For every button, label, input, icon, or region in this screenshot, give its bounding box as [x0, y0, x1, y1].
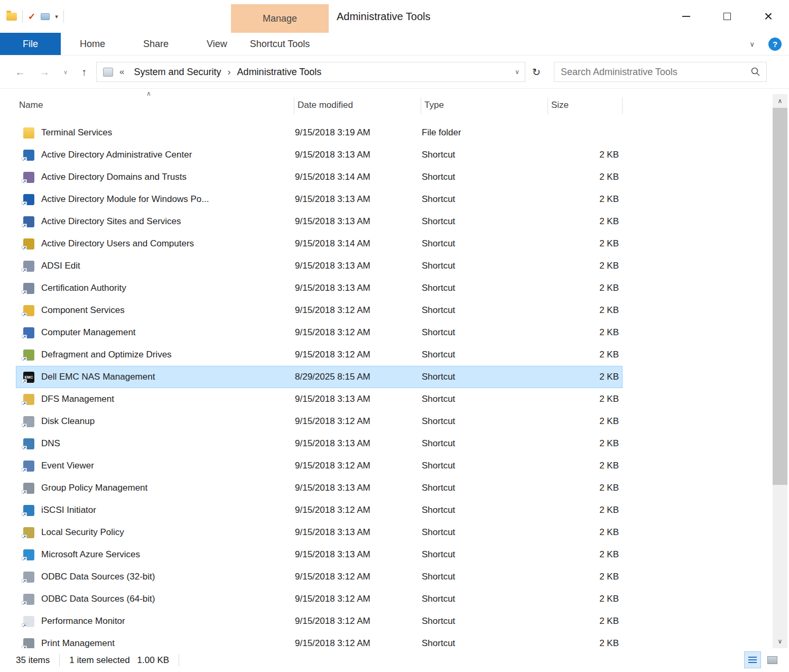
minimize-button[interactable] [665, 0, 707, 33]
file-row[interactable]: ↗ ADSI Edit 9/15/2018 3:13 AM Shortcut 2… [16, 255, 623, 277]
file-date-modified: 9/15/2018 3:12 AM [295, 327, 422, 338]
file-row[interactable]: ↗ Disk Cleanup 9/15/2018 3:12 AM Shortcu… [16, 410, 623, 432]
details-view-button[interactable] [744, 651, 761, 668]
title-bar: ✓ ▾ Manage Administrative Tools × [0, 0, 789, 33]
file-type: Shortcut [422, 438, 549, 449]
address-dropdown-icon[interactable]: ∨ [515, 68, 519, 76]
column-header-date-modified[interactable]: Date modified [294, 89, 421, 122]
file-name: Defragment and Optimize Drives [41, 349, 172, 360]
breadcrumb-item-administrative-tools[interactable]: Administrative Tools [233, 67, 326, 78]
close-button[interactable]: × [748, 0, 789, 33]
file-row[interactable]: ↗ Computer Management 9/15/2018 3:12 AM … [16, 321, 623, 344]
file-row[interactable]: ↗ Local Security Policy 9/15/2018 3:13 A… [16, 521, 623, 544]
file-name: Local Security Policy [41, 527, 124, 538]
checkmark-icon[interactable]: ✓ [28, 11, 35, 22]
shortcut-overlay-icon: ↗ [22, 424, 27, 427]
file-row[interactable]: ↗ Defragment and Optimize Drives 9/15/20… [16, 344, 623, 366]
file-row[interactable]: ↗ ODBC Data Sources (32-bit) 9/15/2018 3… [16, 566, 623, 588]
file-row[interactable]: ↗ iSCSI Initiator 9/15/2018 3:12 AM Shor… [16, 499, 623, 521]
file-size: 2 KB [549, 505, 623, 515]
file-name-cell: ↗ Computer Management [16, 327, 295, 338]
file-row[interactable]: ↗ Microsoft Azure Services 9/15/2018 3:1… [16, 544, 623, 566]
file-row[interactable]: ↗ Active Directory Domains and Trusts 9/… [16, 166, 623, 188]
breadcrumb-collapse-icon[interactable]: « [119, 67, 124, 77]
file-row[interactable]: ↗ ODBC Data Sources (64-bit) 9/15/2018 3… [16, 588, 623, 610]
file-row[interactable]: ↗ Active Directory Sites and Services 9/… [16, 210, 623, 233]
column-headers: ∧ Name Date modified Type Size [0, 89, 789, 122]
divider [63, 10, 64, 23]
file-name: Certification Authority [41, 283, 126, 293]
file-name: Active Directory Module for Windows Po..… [41, 194, 209, 205]
file-row[interactable]: ↗ Active Directory Administrative Center… [16, 144, 623, 166]
file-name: Performance Monitor [41, 616, 125, 627]
address-bar[interactable]: « System and Security › Administrative T… [96, 62, 525, 82]
shortcut-overlay-icon: ↗ [22, 335, 27, 338]
dell-emc-icon: EMC↗ [23, 372, 34, 383]
file-row[interactable]: EMC↗ Dell EMC NAS Management 8/29/2025 8… [16, 366, 623, 388]
file-date-modified: 9/15/2018 3:12 AM [295, 572, 422, 582]
expand-ribbon-icon[interactable]: ∨ [749, 40, 755, 48]
file-type: Shortcut [422, 261, 549, 271]
shortcut-overlay-icon: ↗ [22, 401, 27, 405]
search-icon[interactable] [750, 67, 761, 77]
large-icons-view-button[interactable] [764, 651, 781, 668]
file-name-cell: EMC↗ Dell EMC NAS Management [16, 372, 295, 383]
breadcrumb-item-system-and-security[interactable]: System and Security [130, 67, 226, 78]
vertical-scrollbar[interactable]: ∧ ∨ [773, 94, 787, 648]
scrollbar-thumb[interactable] [773, 108, 787, 485]
view-toggles [744, 651, 781, 668]
file-size: 2 KB [549, 283, 623, 293]
up-icon[interactable]: ↑ [81, 66, 87, 78]
tab-home[interactable]: Home [61, 33, 124, 55]
event-viewer-icon: ↗ [23, 461, 34, 472]
refresh-icon[interactable]: ↻ [525, 62, 547, 82]
selection-count: 1 item selected [69, 655, 129, 666]
recent-locations-icon[interactable]: ∨ [63, 69, 68, 76]
scroll-down-icon[interactable]: ∨ [773, 634, 787, 648]
file-row[interactable]: Terminal Services 9/15/2018 3:19 AM File… [16, 122, 623, 144]
column-header-size[interactable]: Size [548, 89, 623, 122]
file-date-modified: 9/15/2018 3:12 AM [295, 305, 422, 316]
file-date-modified: 9/15/2018 3:12 AM [295, 416, 422, 427]
file-row[interactable]: ↗ Performance Monitor 9/15/2018 3:12 AM … [16, 610, 623, 632]
file-row[interactable]: ↗ DFS Management 9/15/2018 3:13 AM Short… [16, 388, 623, 410]
file-type: Shortcut [422, 416, 549, 427]
details-view-icon [748, 657, 757, 663]
file-size: 2 KB [549, 372, 623, 382]
file-name: ADSI Edit [41, 261, 80, 271]
file-name: DFS Management [41, 394, 114, 404]
file-row[interactable]: ↗ Active Directory Module for Windows Po… [16, 188, 623, 210]
file-name: Active Directory Sites and Services [41, 216, 181, 227]
file-row[interactable]: ↗ Certification Authority 9/15/2018 3:13… [16, 277, 623, 299]
quick-access-toolbar: ✓ ▾ [0, 0, 64, 33]
column-header-type[interactable]: Type [421, 89, 548, 122]
file-name: ODBC Data Sources (64-bit) [41, 594, 155, 604]
customize-quick-access-icon[interactable]: ▾ [55, 13, 58, 20]
new-folder-icon[interactable] [41, 13, 50, 20]
file-type: Shortcut [422, 372, 549, 382]
forward-icon[interactable]: → [39, 66, 50, 78]
column-header-name[interactable]: Name [16, 89, 294, 122]
file-row[interactable]: ↗ Group Policy Management 9/15/2018 3:13… [16, 477, 623, 499]
scroll-up-icon[interactable]: ∧ [773, 94, 787, 108]
file-name: Event Viewer [41, 461, 94, 471]
tab-shortcut-tools[interactable]: Shortcut Tools [231, 33, 329, 55]
file-size: 2 KB [549, 327, 623, 338]
file-type: Shortcut [422, 194, 549, 205]
file-row[interactable]: ↗ DNS 9/15/2018 3:13 AM Shortcut 2 KB [16, 432, 623, 455]
file-row[interactable]: ↗ Print Management 9/15/2018 3:12 AM Sho… [16, 632, 623, 648]
back-icon[interactable]: ← [15, 66, 25, 78]
search-input[interactable] [561, 67, 750, 78]
tab-file[interactable]: File [0, 33, 61, 55]
file-date-modified: 8/29/2025 8:15 AM [295, 372, 422, 382]
ad-administrative-center-icon: ↗ [23, 150, 34, 161]
help-icon[interactable]: ? [768, 38, 782, 51]
tab-share[interactable]: Share [124, 33, 188, 55]
file-name: Component Services [41, 305, 125, 316]
maximize-button[interactable] [707, 0, 748, 33]
file-name-cell: ↗ Local Security Policy [16, 527, 295, 538]
file-row[interactable]: ↗ Event Viewer 9/15/2018 3:12 AM Shortcu… [16, 455, 623, 477]
file-row[interactable]: ↗ Active Directory Users and Computers 9… [16, 233, 623, 255]
file-row[interactable]: ↗ Component Services 9/15/2018 3:12 AM S… [16, 299, 623, 321]
status-bar: 35 items 1 item selected 1.00 KB [0, 648, 789, 672]
